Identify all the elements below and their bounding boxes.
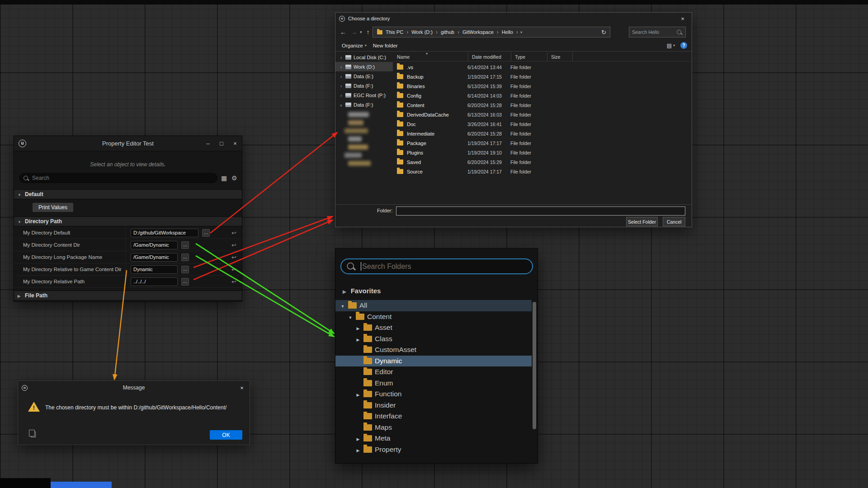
property-value-field[interactable]: ../../../ [131,277,178,286]
column-header-date-modified[interactable]: Date modified [468,52,511,61]
tree-row[interactable]: Function [335,389,532,400]
ok-button[interactable]: OK [210,430,242,440]
scrollbar[interactable] [533,302,536,440]
tree-row[interactable]: Content [335,311,532,323]
copy-to-clipboard-icon[interactable] [31,432,36,437]
tree-row[interactable]: Editor [335,366,532,378]
details-search-input[interactable] [32,175,213,181]
file-row[interactable]: Plugins 1/19/2024 19:10 File folder [393,148,691,157]
tree-row[interactable]: Property [335,444,532,455]
cancel-button[interactable]: Cancel [663,217,685,226]
select-folder-button[interactable]: Select Folder [626,217,658,226]
close-button[interactable]: × [228,140,242,147]
file-row[interactable]: Source 1/19/2024 17:17 File folder [393,167,691,176]
tree-row[interactable]: Class [335,333,532,345]
file-row[interactable]: Intermediate 6/20/2024 15:28 File folder [393,129,691,138]
help-button[interactable]: ? [680,42,687,49]
back-button[interactable]: ← [340,28,346,36]
reset-to-default-icon[interactable] [231,242,236,249]
breadcrumb[interactable]: This PC › Work (D:) › github › GitWorksp… [373,27,610,38]
tree-row[interactable]: All [335,300,532,311]
dialog-search-input[interactable] [632,29,675,35]
sidebar-drive-item[interactable]: EGC Root (P:) [335,90,393,100]
reset-to-default-icon[interactable] [231,266,236,273]
file-row[interactable]: Saved 6/20/2024 15:29 File folder [393,157,691,167]
settings-gear-icon[interactable]: ⚙ [231,174,237,182]
chevron-icon[interactable] [339,102,343,108]
chevron-icon[interactable] [355,335,361,343]
file-row[interactable]: Doc 3/26/2024 16:41 File folder [393,119,691,129]
chevron-icon[interactable] [355,324,361,332]
folder-name-input[interactable] [396,206,685,216]
minimize-button[interactable]: – [201,140,215,147]
more-options-button[interactable]: … [181,253,189,261]
section-header-directory-path[interactable]: Directory Path [14,216,242,226]
chevron-icon[interactable] [340,301,345,310]
address-dropdown-icon[interactable]: ▾ [520,30,522,34]
file-row[interactable]: DerivedDataCache 6/13/2024 16:03 File fo… [393,110,691,119]
breadcrumb-item[interactable]: GitWorkspace › [461,29,500,35]
tree-row[interactable]: Asset [335,322,532,333]
tree-row[interactable]: Maps [335,422,532,433]
section-header-default[interactable]: Default [14,189,242,199]
picker-search-input[interactable] [362,263,527,271]
sidebar-drive-item[interactable]: Work (D:) [335,62,393,71]
chevron-icon[interactable] [339,74,343,79]
breadcrumb-item[interactable]: github › [439,29,461,35]
more-options-button[interactable]: … [202,229,210,237]
file-row[interactable]: Config 6/14/2024 14:03 File folder [393,91,691,100]
favorites-section-header[interactable]: Favorites [335,284,538,297]
tree-row[interactable]: CustomAsset [335,344,532,356]
chevron-icon[interactable] [348,313,353,321]
reset-to-default-icon[interactable] [231,278,236,285]
chevron-icon[interactable] [339,55,343,60]
chevron-icon[interactable] [339,93,343,98]
sidebar-drive-item[interactable]: Data (E:) [335,71,393,81]
sidebar-drive-item[interactable]: Local Disk (C:) [335,52,393,62]
more-options-button[interactable]: … [181,266,189,273]
tree-row[interactable]: Insider [335,400,532,411]
file-row[interactable]: Package 1/19/2024 17:17 File folder [393,138,691,148]
close-button[interactable]: × [674,15,692,22]
chevron-icon[interactable] [355,446,361,454]
tree-row[interactable]: Interface [335,411,532,422]
breadcrumb-item[interactable]: Hello › [500,29,519,35]
property-value-field[interactable]: Dynamic [131,265,178,274]
column-header-type[interactable]: Type [511,52,547,61]
chevron-icon[interactable] [355,390,361,398]
chevron-icon[interactable] [355,434,361,442]
refresh-button[interactable]: ↻ [601,29,606,36]
recent-locations-chevron-icon[interactable]: ▾ [360,30,362,34]
section-header-file-path[interactable]: File Path [14,291,242,300]
new-folder-button[interactable]: New folder [373,43,398,48]
more-options-button[interactable]: … [181,241,189,249]
tree-row[interactable]: Meta [335,433,532,444]
file-row[interactable]: Backup 1/19/2024 17:15 File folder [393,72,691,81]
file-row[interactable]: Content 6/20/2024 15:28 File folder [393,100,691,110]
property-value-field[interactable]: D:/github/GitWorkspace [131,229,198,237]
up-button[interactable]: ↑ [367,28,370,36]
reset-to-default-icon[interactable] [231,230,236,236]
sidebar-drive-item[interactable]: Data (F:) [335,100,393,109]
file-row[interactable]: .vs 6/14/2024 13:44 File folder [393,62,691,72]
print-values-button[interactable]: Print Values [32,202,74,212]
property-value-field[interactable]: /Game/Dynamic [131,241,178,249]
column-header-name[interactable]: ▴ Name [393,52,468,61]
tree-row[interactable]: Enum [335,378,532,389]
scrollbar-thumb[interactable] [533,302,536,429]
reset-to-default-icon[interactable] [231,254,236,261]
breadcrumb-item[interactable]: This PC › [384,29,410,35]
maximize-button[interactable]: □ [215,140,228,147]
forward-button[interactable]: → [351,28,357,36]
chevron-icon[interactable] [339,83,343,89]
more-options-button[interactable]: … [181,278,189,286]
organize-button[interactable]: Organize ▾ [342,43,367,48]
tree-row[interactable]: Dynamic [335,356,532,367]
display-options-icon[interactable]: ▦ [221,174,227,182]
sidebar-drive-item[interactable]: Data (F:) [335,81,393,90]
column-header-size[interactable]: Size [547,52,573,61]
breadcrumb-item[interactable]: Work (D:) › [410,29,439,35]
chevron-icon[interactable] [339,64,343,70]
close-button[interactable]: × [234,385,250,391]
view-options-button[interactable]: ▤ ▾ [667,42,675,49]
